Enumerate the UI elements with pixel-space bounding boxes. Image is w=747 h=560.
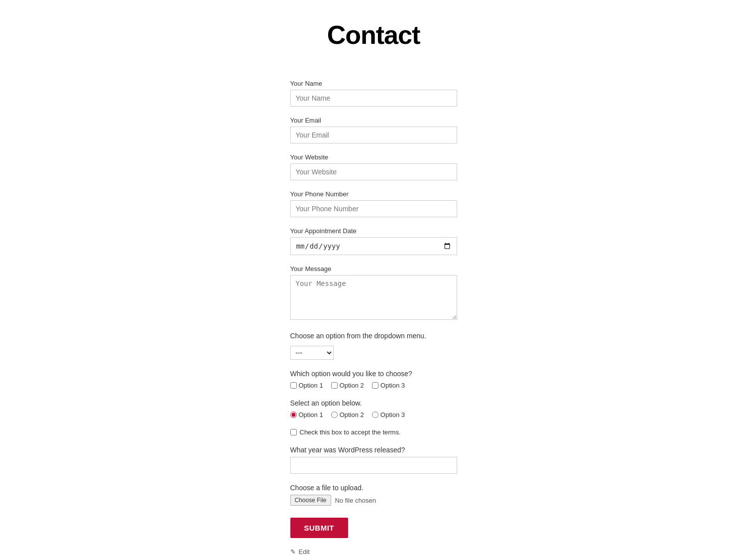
checkbox-input-2[interactable] [331,382,338,389]
appointment-label: Your Appointment Date [290,227,457,235]
terms-label: Check this box to accept the terms. [300,428,401,436]
phone-label: Your Phone Number [290,190,457,198]
wordpress-answer-input[interactable] [290,457,457,474]
choose-file-button[interactable]: Choose File [290,495,331,506]
page-title: Contact [0,20,747,50]
checkbox-group-section: Which option would you like to choose? O… [290,370,457,389]
website-field-group: Your Website [290,153,457,180]
website-label: Your Website [290,153,457,161]
name-input[interactable] [290,90,457,107]
appointment-input[interactable] [290,237,457,255]
no-file-text: No file chosen [335,497,376,504]
radio-input-3[interactable] [372,412,378,418]
radio-input-1[interactable] [290,412,297,418]
dropdown-label: Choose an option from the dropdown menu. [290,332,457,340]
email-label: Your Email [290,117,457,124]
file-upload-label: Choose a file to upload. [290,484,457,492]
checkbox-option-3-label: Option 3 [380,382,405,389]
radio-option-2[interactable]: Option 2 [331,411,364,419]
radio-option-3-label: Option 3 [380,411,405,419]
name-label: Your Name [290,80,457,87]
appointment-field-group: Your Appointment Date [290,227,457,255]
checkbox-input-1[interactable] [290,382,297,389]
message-label: Your Message [290,265,457,273]
submit-button[interactable]: SUBMIT [290,518,349,538]
page-wrapper: Contact Your Name Your Email Your Websit… [0,0,747,560]
file-upload-row: Choose File No file chosen [290,495,457,506]
checkbox-option-3[interactable]: Option 3 [372,382,405,389]
wordpress-question-section: What year was WordPress released? [290,446,457,474]
edit-link-section: ✎ Edit [290,548,457,556]
radio-input-2[interactable] [331,412,338,418]
contact-form-container: Your Name Your Email Your Website Your P… [290,80,457,560]
email-input[interactable] [290,127,457,143]
message-textarea[interactable] [290,275,457,320]
edit-icon: ✎ [290,548,296,556]
edit-link[interactable]: Edit [299,548,310,556]
dropdown-select[interactable]: --- Option 1 Option 2 Option 3 [290,346,334,360]
radio-option-2-label: Option 2 [340,411,364,419]
website-input[interactable] [290,163,457,180]
file-upload-section: Choose a file to upload. Choose File No … [290,484,457,506]
radio-options: Option 1 Option 2 Option 3 [290,411,457,419]
wordpress-question-label: What year was WordPress released? [290,446,457,454]
checkbox-option-2-label: Option 2 [340,382,364,389]
radio-group-label: Select an option below. [290,399,457,407]
radio-group-section: Select an option below. Option 1 Option … [290,399,457,419]
radio-option-1-label: Option 1 [299,411,323,419]
checkbox-option-1[interactable]: Option 1 [290,382,323,389]
phone-input[interactable] [290,200,457,217]
radio-option-3[interactable]: Option 3 [372,411,405,419]
name-field-group: Your Name [290,80,457,107]
checkbox-options: Option 1 Option 2 Option 3 [290,382,457,389]
checkbox-group-label: Which option would you like to choose? [290,370,457,378]
checkbox-input-3[interactable] [372,382,378,389]
checkbox-option-2[interactable]: Option 2 [331,382,364,389]
terms-section: Check this box to accept the terms. [290,428,457,436]
phone-field-group: Your Phone Number [290,190,457,217]
page-title-section: Contact [0,0,747,80]
terms-checkbox[interactable] [290,429,297,435]
email-field-group: Your Email [290,117,457,143]
checkbox-option-1-label: Option 1 [299,382,323,389]
dropdown-section: Choose an option from the dropdown menu.… [290,332,457,360]
radio-option-1[interactable]: Option 1 [290,411,323,419]
message-field-group: Your Message [290,265,457,322]
